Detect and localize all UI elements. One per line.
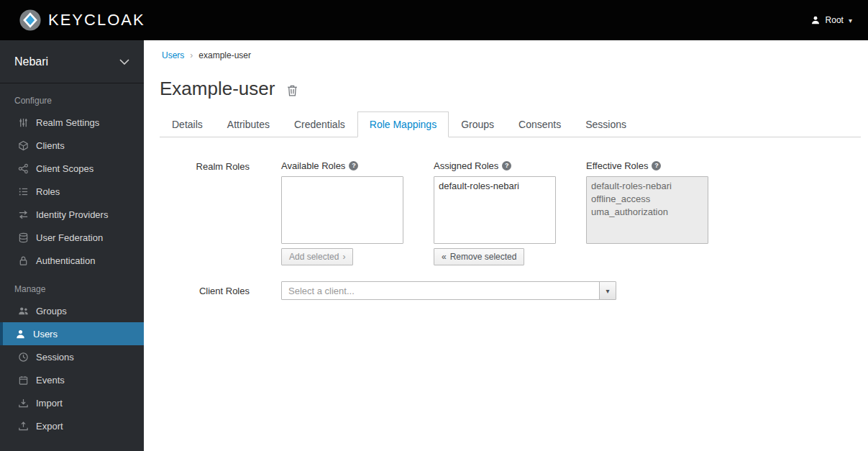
user-icon xyxy=(810,15,821,25)
remove-selected-button[interactable]: « Remove selected xyxy=(434,248,524,265)
sidebar-item-label: Events xyxy=(36,375,65,386)
caret-down-icon: ▾ xyxy=(606,287,609,295)
list-item[interactable]: default-roles-nebari xyxy=(439,180,551,193)
sidebar-item-label: Roles xyxy=(36,186,60,197)
app-header: KEYCLOAK Root ▾ xyxy=(0,0,868,40)
breadcrumb: Users › example-user xyxy=(162,50,861,60)
sidebar: Nebari Configure Realm Se xyxy=(0,40,144,451)
tab-details[interactable]: Details xyxy=(160,111,215,137)
tab-consents[interactable]: Consents xyxy=(506,111,573,137)
breadcrumb-link-users[interactable]: Users xyxy=(162,50,184,60)
keycloak-logo-icon xyxy=(19,9,42,32)
effective-roles-header: Effective Roles xyxy=(586,160,648,171)
user-menu-label: Root xyxy=(826,15,844,25)
help-icon[interactable]: ? xyxy=(502,161,511,170)
user-icon xyxy=(14,328,26,340)
user-menu[interactable]: Root ▾ xyxy=(810,15,868,25)
list-item: default-roles-nebari xyxy=(591,180,703,193)
client-select[interactable]: Select a client... ▾ xyxy=(281,281,616,300)
title-row: Example-user xyxy=(160,78,861,100)
sidebar-section-configure: Configure xyxy=(0,83,144,111)
tab-sessions[interactable]: Sessions xyxy=(573,111,639,137)
sidebar-item-groups[interactable]: Groups xyxy=(0,299,144,322)
sidebar-item-realm-settings[interactable]: Realm Settings xyxy=(0,111,144,134)
remove-selected-label: Remove selected xyxy=(450,252,517,262)
add-selected-button[interactable]: Add selected › xyxy=(281,248,353,265)
breadcrumb-separator-icon: › xyxy=(190,50,193,60)
effective-roles-column: Effective Roles ? default-roles-nebari o… xyxy=(586,160,708,265)
sliders-icon xyxy=(17,117,29,128)
keycloak-admin-console: KEYCLOAK Root ▾ Nebari xyxy=(0,0,868,451)
sidebar-item-label: Clients xyxy=(36,140,65,151)
import-icon xyxy=(17,397,29,409)
tab-credentials[interactable]: Credentials xyxy=(282,111,357,137)
angle-right-icon: › xyxy=(342,252,345,262)
export-icon xyxy=(17,420,29,432)
share-icon xyxy=(17,163,29,174)
client-select-value: Select a client... xyxy=(282,282,361,299)
sidebar-item-export[interactable]: Export xyxy=(0,414,144,437)
sidebar-item-events[interactable]: Events xyxy=(0,368,144,391)
sidebar-item-sessions[interactable]: Sessions xyxy=(0,345,144,368)
select-toggle-button[interactable]: ▾ xyxy=(599,282,616,299)
available-roles-listbox[interactable] xyxy=(281,176,403,244)
sidebar-item-clients[interactable]: Clients xyxy=(0,134,144,157)
realm-selector[interactable]: Nebari xyxy=(0,40,144,83)
effective-roles-listbox: default-roles-nebari offline_access uma_… xyxy=(586,176,708,244)
database-icon xyxy=(17,232,29,243)
list-icon xyxy=(17,186,29,197)
help-icon[interactable]: ? xyxy=(349,161,358,170)
angle-double-left-icon: « xyxy=(442,252,447,262)
calendar-icon xyxy=(17,374,29,386)
main-content: Users › example-user Example-user xyxy=(144,40,868,451)
help-icon[interactable]: ? xyxy=(652,161,661,170)
tab-role-mappings[interactable]: Role Mappings xyxy=(357,111,449,137)
exchange-icon xyxy=(17,209,29,220)
chevron-down-icon xyxy=(119,59,129,65)
sidebar-item-label: Realm Settings xyxy=(36,117,99,128)
lock-icon xyxy=(17,255,29,266)
sidebar-item-label: Users xyxy=(33,329,58,340)
sidebar-item-label: Identity Providers xyxy=(36,209,108,220)
list-item: uma_authorization xyxy=(591,206,703,219)
client-roles-label: Client Roles xyxy=(160,281,250,300)
sidebar-item-roles[interactable]: Roles xyxy=(0,180,144,203)
sidebar-item-label: Client Scopes xyxy=(36,163,93,174)
list-item: offline_access xyxy=(591,193,703,206)
sidebar-item-client-scopes[interactable]: Client Scopes xyxy=(0,157,144,180)
users-group-icon xyxy=(17,305,29,316)
sidebar-item-user-federation[interactable]: User Federation xyxy=(0,226,144,249)
clock-icon xyxy=(17,351,29,363)
client-roles-row: Client Roles Select a client... ▾ xyxy=(160,281,861,300)
available-roles-header: Available Roles xyxy=(281,160,345,171)
trash-icon[interactable] xyxy=(286,84,298,97)
caret-down-icon: ▾ xyxy=(849,17,852,24)
sidebar-item-import[interactable]: Import xyxy=(0,391,144,414)
sidebar-item-label: Authentication xyxy=(36,255,95,266)
assigned-roles-listbox[interactable]: default-roles-nebari xyxy=(434,176,556,244)
sidebar-item-authentication[interactable]: Authentication xyxy=(0,249,144,272)
tab-groups[interactable]: Groups xyxy=(449,111,506,137)
sidebar-item-identity-providers[interactable]: Identity Providers xyxy=(0,203,144,226)
sidebar-item-label: User Federation xyxy=(36,232,103,243)
assigned-roles-header: Assigned Roles xyxy=(434,160,498,171)
assigned-roles-column: Assigned Roles ? default-roles-nebari « … xyxy=(434,160,556,265)
sidebar-item-users[interactable]: Users xyxy=(0,322,144,345)
tab-bar: Details Attributes Credentials Role Mapp… xyxy=(160,111,861,137)
available-roles-column: Available Roles ? Add selected › xyxy=(281,160,403,265)
sidebar-item-label: Import xyxy=(36,398,63,409)
add-selected-label: Add selected xyxy=(289,252,339,262)
sidebar-item-label: Sessions xyxy=(36,352,74,363)
keycloak-logo[interactable]: KEYCLOAK xyxy=(0,9,145,32)
page-title: Example-user xyxy=(160,78,275,100)
cube-icon xyxy=(17,140,29,151)
sidebar-section-manage: Manage xyxy=(0,272,144,299)
brand-text: KEYCLOAK xyxy=(48,11,145,29)
sidebar-item-label: Export xyxy=(36,421,63,432)
realm-roles-row: Realm Roles Available Roles ? Add select… xyxy=(160,160,861,265)
tab-attributes[interactable]: Attributes xyxy=(215,111,282,137)
realm-roles-label: Realm Roles xyxy=(160,160,250,265)
breadcrumb-current: example-user xyxy=(198,50,251,60)
realm-name: Nebari xyxy=(14,55,48,68)
sidebar-item-label: Groups xyxy=(36,306,67,316)
